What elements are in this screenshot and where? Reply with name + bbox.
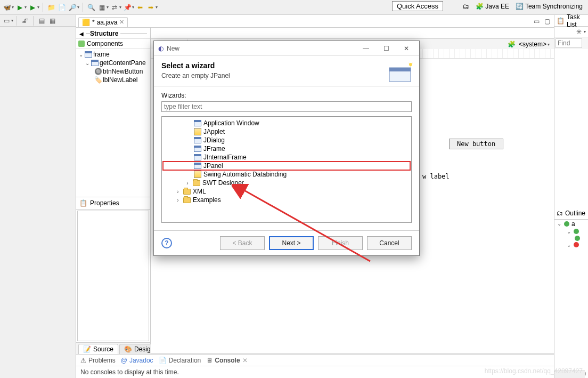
tree-lbl[interactable]: 🏷️lblNewLabel [78,76,150,84]
wizard-application-window[interactable]: Application Window [163,119,410,127]
perspective-team-sync[interactable]: 🔄 Team Synchronizing [513,2,585,11]
task-list-header[interactable]: 📋 Task List [554,15,588,27]
wizards-label: Wizards: [161,92,412,99]
cancel-button[interactable]: Cancel [367,236,412,250]
outline-node-1[interactable]: ⌄ [554,228,588,235]
tab-source[interactable]: 📝Source [78,344,118,354]
internalframe-icon [194,154,201,160]
properties-icon: 📋 [78,198,88,208]
console-body: No consoles to display at this time. [76,366,554,378]
panel-icon [194,163,201,169]
more-icon[interactable]: ▦ [47,16,57,26]
mock-label[interactable]: w label [422,173,450,180]
collapse-icon[interactable]: ▭ [2,16,11,26]
tree-frame[interactable]: ⌄frame [78,50,150,59]
dialog-close-icon[interactable]: ✕ [398,43,415,54]
new-class-icon[interactable]: 📄 [57,3,67,12]
wizard-banner-icon [386,60,414,85]
new-wizard-dialog: ◐ New — ☐ ✕ Select a wizard Create an em… [153,41,420,256]
applet-icon [194,128,201,135]
wizard-jpanel[interactable]: JPanel [163,162,410,170]
dialog-maximize-icon[interactable]: ☐ [378,43,395,54]
back-nav-icon[interactable]: ⬅ [135,3,145,12]
left-column: ▭▾ 🖇 ▤ ▦ [0,15,76,378]
structure-header: ◀ Structure [76,28,150,38]
run-icon[interactable]: ▶ [15,3,24,12]
back-button: < Back [220,236,265,250]
system-laf-icon[interactable]: 🧩 [507,39,517,49]
wizard-list[interactable]: Application Window JApplet JDialog JFram… [161,116,412,223]
console-icon: 🖥 [206,357,213,364]
search-icon[interactable]: 🔍 [86,3,96,12]
left-toolstrip: ▭▾ 🖇 ▤ ▦ [0,15,76,27]
wizard-examples[interactable]: ›Examples [163,196,410,204]
open-perspective-icon[interactable]: 🗂 [461,2,471,11]
dialog-title: New [167,45,354,52]
mock-new-button[interactable]: New button [449,139,503,149]
wizard-xml[interactable]: ›XML [163,187,410,196]
dialog-subheading: Create an empty JPanel [161,72,230,79]
nav-icon[interactable]: ⇄ [110,3,119,12]
minimize-view-icon[interactable]: ▭ [532,17,541,26]
databinding-icon [194,171,201,178]
bottom-tabs: ⚠Problems @Javadoc 📄Declaration 🖥Console… [76,354,554,366]
outline-root[interactable]: ⌄a [554,220,588,228]
task-find-input[interactable] [556,38,582,48]
declaration-icon: 📄 [159,357,167,364]
structure-title: Structure [90,30,118,37]
open-type-icon[interactable]: 🔎 [68,3,77,12]
help-icon[interactable]: ? [161,238,172,248]
console-close-icon[interactable]: ✕ [242,357,248,364]
tab-declaration[interactable]: 📄Declaration [159,357,201,364]
perspective-java-ee[interactable]: 🧩 Java EE [473,2,511,11]
button-icon: 🔘 [94,68,102,75]
fwd-nav-icon[interactable]: ➡ [146,3,156,12]
tree-contentpane[interactable]: ⌄getContentPane [78,59,150,67]
folder-icon [183,189,191,195]
properties-body [77,211,149,342]
javadoc-icon: @ [121,357,127,364]
tab-console[interactable]: 🖥Console ✕ [206,357,247,364]
next-button[interactable]: Next > [269,236,314,250]
task-new-icon[interactable]: ✳ [574,27,584,37]
tab-javadoc[interactable]: @Javadoc [121,357,153,364]
debug-dropdown[interactable]: ▾ [12,5,14,10]
dialog-icon [194,137,201,143]
problems-icon: ⚠ [80,357,86,364]
footer-watermark: https://blog.csdn.net/qq_42897427 [485,367,583,375]
editor-tab-aa[interactable]: 🟨 *aa.java ✕ [78,17,128,27]
svg-rect-1 [389,68,411,71]
run-ext-icon[interactable]: ▶ [28,3,37,12]
pin-icon[interactable]: 📌 [123,3,132,12]
main-toolbar: 🦋▾ ▶▾ ▶▾ 📁 📄 🔎▾ 🔍 ▦▾ ⇄▾ 📌▾ ⬅ ➡▾ Quick Ac… [0,0,588,15]
wizard-japplet[interactable]: JApplet [163,127,410,136]
maximize-view-icon[interactable]: ▢ [542,17,552,26]
wizard-databinding[interactable]: Swing Automatic Databinding [163,170,410,179]
outline-node-2[interactable] [554,235,588,242]
components-icon [78,41,85,47]
wizard-filter-input[interactable] [161,101,412,112]
wizard-jdialog[interactable]: JDialog [163,136,410,144]
label-icon: 🏷️ [94,76,102,84]
tree-btn[interactable]: 🔘btnNewButton [78,67,150,76]
toggle-icon[interactable]: ▦ [97,3,107,12]
wizard-jframe[interactable]: JFrame [163,144,410,153]
debug-icon[interactable]: 🦋 [2,3,12,12]
svg-point-3 [409,63,412,66]
dialog-minimize-icon[interactable]: — [357,43,374,54]
wizard-jinternalframe[interactable]: JInternalFrame [163,153,410,162]
outline-node-3[interactable]: ⌄ [554,242,588,248]
outline-header[interactable]: 🗂 Outline [554,208,588,220]
frame-icon [85,51,92,58]
wizard-swt-designer[interactable]: ›SWT Designer [163,179,410,187]
tab-close-icon[interactable]: ✕ [119,19,124,26]
link-icon[interactable]: 🖇 [20,16,30,26]
tab-problems[interactable]: ⚠Problems [80,357,116,364]
quick-access[interactable]: Quick Access [392,1,443,11]
filter-icon[interactable]: ▤ [37,16,46,26]
panel-icon [91,60,99,66]
java-file-icon: 🟨 [82,19,90,26]
components-tree: ⌄frame ⌄getContentPane 🔘btnNewButton 🏷️l… [76,49,150,197]
new-package-icon[interactable]: 📁 [46,3,56,12]
properties-label: Properties [90,199,119,207]
